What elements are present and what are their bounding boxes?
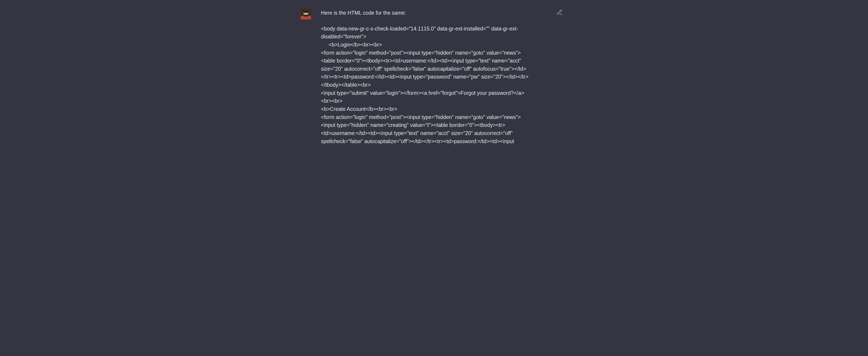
message-intro-line: Here is the HTML code for the same:: [321, 9, 529, 17]
code-line: <b>Create Account</b><br><br>: [321, 105, 529, 113]
svg-rect-4: [304, 15, 308, 16]
message-actions: [549, 9, 608, 15]
message-column: Here is the HTML code for the same: <bod…: [321, 9, 542, 145]
message-text: Here is the HTML code for the same: <bod…: [321, 9, 529, 145]
svg-rect-3: [303, 11, 308, 13]
edit-icon: [557, 9, 563, 15]
chat-message-row: Here is the HTML code for the same: <bod…: [260, 9, 608, 145]
code-line: <b>Login</b><br><br>: [321, 41, 529, 49]
code-line: <form action="login" method="post"><inpu…: [321, 49, 529, 57]
code-line: <input type="submit" value="login"></for…: [321, 89, 529, 105]
edit-button[interactable]: [557, 9, 563, 15]
code-line: <table border="0"><tbody><tr><td>usernam…: [321, 57, 529, 89]
avatar-column: [260, 9, 314, 20]
avatar-image: [301, 9, 311, 20]
chat-message-container: Here is the HTML code for the same: <bod…: [260, 0, 608, 145]
code-line: <form action="login" method="post"><inpu…: [321, 113, 529, 146]
code-line: <body data-new-gr-c-s-check-loaded="14.1…: [321, 25, 529, 41]
user-avatar: [301, 9, 311, 20]
html-code-block: <body data-new-gr-c-s-check-loaded="14.1…: [321, 25, 529, 146]
